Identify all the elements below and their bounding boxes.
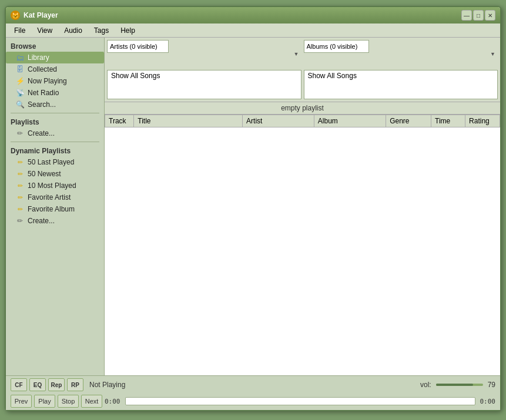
main-window: 🐱 Kat Player — □ ✕ File View Audio Tags … — [5, 6, 501, 411]
sidebar-favartist-label: Favorite Artist — [28, 193, 71, 201]
rp-button[interactable]: RP — [67, 378, 83, 391]
create-playlist-icon: ✏ — [15, 129, 25, 138]
eq-button[interactable]: EQ — [29, 378, 46, 391]
sidebar-create-playlist-label: Create... — [28, 129, 55, 137]
right-panel: Artists (0 visible) Show All Songs Album… — [105, 38, 500, 375]
cf-button[interactable]: CF — [11, 378, 27, 391]
sidebar-nowplaying-label: Now Playing — [28, 77, 67, 85]
playlist-status-bar: empty playlist — [105, 102, 500, 115]
sidebar-item-collected[interactable]: 🗄 Collected — [6, 63, 104, 75]
album-list[interactable]: Show All Songs — [304, 70, 498, 100]
sidebar-collected-label: Collected — [28, 65, 57, 73]
sidebar-item-50-last-played[interactable]: ✏ 50 Last Played — [6, 156, 104, 168]
not-playing-label: Not Playing — [86, 381, 418, 389]
title-bar-left: 🐱 Kat Player — [11, 11, 58, 20]
dynamic-playlists-section-header: Dynamic Playlists — [6, 145, 104, 156]
create-dynamic-icon: ✏ — [15, 216, 25, 226]
window-controls: — □ ✕ — [461, 10, 495, 21]
sidebar-netradio-label: Net Radio — [28, 89, 59, 97]
col-track[interactable]: Track — [105, 115, 134, 127]
minimize-button[interactable]: — — [461, 10, 472, 21]
col-title[interactable]: Title — [134, 115, 243, 127]
close-button[interactable]: ✕ — [485, 10, 495, 21]
artists-albums-row: Artists (0 visible) Show All Songs Album… — [105, 38, 500, 102]
browse-section-header: Browse — [6, 40, 104, 52]
play-button[interactable]: Play — [34, 395, 55, 408]
col-time[interactable]: Time — [431, 115, 465, 127]
sidebar-favalbum-label: Favorite Album — [28, 205, 75, 213]
controls-row1: CF EQ Rep RP Not Playing vol: 79 — [6, 376, 500, 394]
table-header: Track Title Artist Album Genre Time Rati… — [105, 115, 500, 127]
menu-tags[interactable]: Tags — [88, 25, 115, 36]
main-content: Browse 🗂 Library 🗄 Collected ⚡ Now Playi… — [6, 38, 500, 375]
artists-select[interactable]: Artists (0 visible) — [107, 40, 169, 53]
collected-icon: 🗄 — [15, 65, 25, 74]
sidebar-item-10-most-played[interactable]: ✏ 10 Most Played — [6, 180, 104, 191]
col-rating[interactable]: Rating — [465, 115, 500, 127]
bottom-controls: CF EQ Rep RP Not Playing vol: 79 Prev Pl… — [6, 375, 500, 410]
artists-filter-wrapper: Artists (0 visible) — [107, 40, 301, 69]
maximize-button[interactable]: □ — [473, 10, 484, 21]
sidebar: Browse 🗂 Library 🗄 Collected ⚡ Now Playi… — [6, 38, 105, 375]
vol-value: 79 — [488, 381, 495, 389]
artist-list[interactable]: Show All Songs — [107, 70, 301, 100]
sidebar-library-label: Library — [28, 53, 49, 62]
volume-slider[interactable] — [436, 384, 483, 386]
sidebar-dynamic-create-label: Create... — [28, 217, 55, 225]
sidebar-item-favorite-artist[interactable]: ✏ Favorite Artist — [6, 191, 104, 203]
sidebar-item-library[interactable]: 🗂 Library — [6, 52, 104, 63]
nowplaying-icon: ⚡ — [15, 76, 25, 86]
prev-button[interactable]: Prev — [11, 395, 32, 408]
sidebar-item-netradio[interactable]: 📡 Net Radio — [6, 87, 104, 99]
vol-label: vol: — [420, 381, 431, 389]
sidebar-item-nowplaying[interactable]: ⚡ Now Playing — [6, 75, 104, 87]
netradio-icon: 📡 — [15, 88, 25, 98]
window-title: Kat Player — [24, 11, 58, 19]
sidebar-divider-1 — [11, 113, 99, 113]
sidebar-item-search[interactable]: 🔍 Search... — [6, 99, 104, 110]
sidebar-50last-label: 50 Last Played — [28, 158, 74, 166]
col-album[interactable]: Album — [314, 115, 386, 127]
progress-bar[interactable] — [125, 397, 475, 405]
playlists-section-header: Playlists — [6, 116, 104, 127]
dynamic-icon-50newest: ✏ — [15, 169, 25, 179]
dynamic-icon-favalbum: ✏ — [15, 204, 25, 214]
tracks-table: Track Title Artist Album Genre Time Rati… — [105, 115, 500, 127]
menu-audio[interactable]: Audio — [58, 25, 88, 36]
col-genre[interactable]: Genre — [386, 115, 431, 127]
artist-list-item-showall[interactable]: Show All Songs — [108, 70, 301, 81]
next-button[interactable]: Next — [81, 395, 102, 408]
search-icon: 🔍 — [15, 100, 25, 109]
library-icon: 🗂 — [15, 53, 25, 62]
sidebar-item-50-newest[interactable]: ✏ 50 Newest — [6, 168, 104, 180]
track-table[interactable]: Track Title Artist Album Genre Time Rati… — [105, 115, 500, 375]
dynamic-icon-10most: ✏ — [15, 181, 25, 190]
sidebar-item-dynamic-create[interactable]: ✏ Create... — [6, 215, 104, 227]
albums-select[interactable]: Albums (0 visible) — [304, 40, 369, 53]
volume-fill — [436, 384, 473, 386]
sidebar-item-favorite-album[interactable]: ✏ Favorite Album — [6, 203, 104, 215]
sidebar-10most-label: 10 Most Played — [28, 182, 76, 190]
col-artist[interactable]: Artist — [243, 115, 314, 127]
controls-row2: Prev Play Stop Next 0:00 0:00 — [6, 394, 500, 410]
menu-help[interactable]: Help — [115, 25, 141, 36]
app-icon: 🐱 — [11, 11, 20, 20]
time-start: 0:00 — [105, 398, 120, 405]
dynamic-icon-50last: ✏ — [15, 157, 25, 167]
playlist-status-text: empty playlist — [281, 104, 324, 112]
albums-filter-wrapper: Albums (0 visible) — [304, 40, 498, 69]
menu-view[interactable]: View — [31, 25, 58, 36]
time-end: 0:00 — [480, 398, 496, 405]
menubar: File View Audio Tags Help — [6, 23, 500, 38]
sidebar-item-playlist-create[interactable]: ✏ Create... — [6, 127, 104, 139]
sidebar-50newest-label: 50 Newest — [28, 170, 61, 178]
dynamic-icon-favartist: ✏ — [15, 193, 25, 202]
sidebar-search-label: Search... — [28, 100, 56, 109]
rep-button[interactable]: Rep — [48, 378, 65, 391]
album-list-item-showall[interactable]: Show All Songs — [304, 70, 498, 81]
title-bar: 🐱 Kat Player — □ ✕ — [6, 7, 500, 23]
menu-file[interactable]: File — [8, 25, 31, 36]
sidebar-divider-2 — [11, 142, 99, 142]
stop-button[interactable]: Stop — [58, 395, 79, 408]
